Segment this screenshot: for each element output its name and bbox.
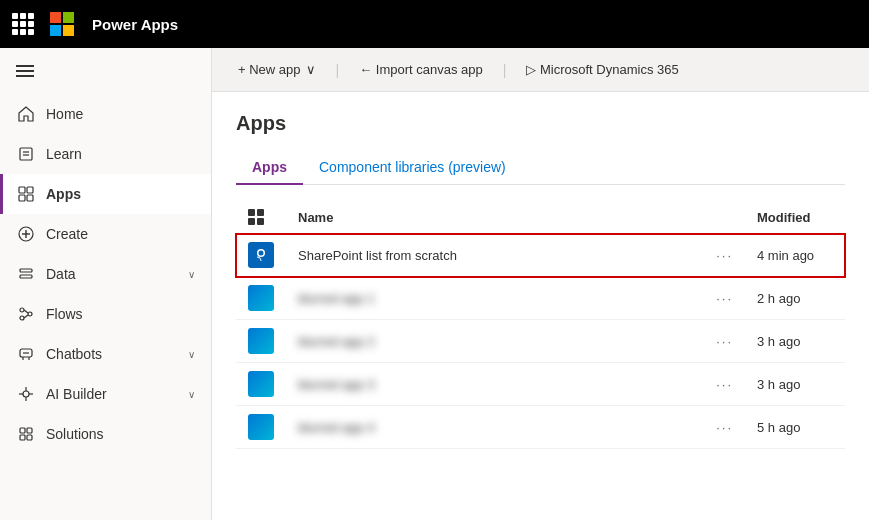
- svg-rect-0: [20, 148, 32, 160]
- main-layout: Home Learn Apps: [0, 48, 869, 520]
- app-icon-cell: [236, 320, 286, 363]
- sidebar-item-apps[interactable]: Apps: [0, 174, 211, 214]
- import-label: ← Import canvas app: [359, 62, 483, 77]
- microsoft-logo: [50, 12, 74, 36]
- content-area: + New app ∨ | ← Import canvas app | ▷ Mi…: [212, 48, 869, 520]
- app-more-icon[interactable]: ···: [716, 420, 733, 435]
- sidebar-label-learn: Learn: [46, 146, 82, 162]
- app-name-cell[interactable]: blurred app 2: [286, 320, 704, 363]
- tab-component-libraries[interactable]: Component libraries (preview): [303, 151, 522, 185]
- data-icon: [16, 264, 36, 284]
- apps-table: Name Modified: [236, 201, 845, 449]
- svg-rect-25: [27, 428, 32, 433]
- app-time-cell: 4 min ago: [745, 234, 845, 277]
- sidebar-label-ai-builder: AI Builder: [46, 386, 107, 402]
- col-more-header: [704, 201, 745, 234]
- app-icon-cell: [236, 234, 286, 277]
- sidebar: Home Learn Apps: [0, 48, 212, 520]
- sidebar-item-chatbots[interactable]: Chatbots ∨: [0, 334, 211, 374]
- app-more-cell[interactable]: ···: [704, 277, 745, 320]
- app-name-cell[interactable]: SharePoint list from scratch: [286, 234, 704, 277]
- sidebar-label-apps: Apps: [46, 186, 81, 202]
- import-canvas-button[interactable]: ← Import canvas app: [349, 57, 493, 82]
- chatbots-icon: [16, 344, 36, 364]
- sidebar-item-learn[interactable]: Learn: [0, 134, 211, 174]
- app-name-label: blurred app 2: [298, 334, 375, 349]
- col-modified-header: Modified: [745, 201, 845, 234]
- app-more-icon[interactable]: ···: [716, 291, 733, 306]
- app-more-cell[interactable]: ···: [704, 320, 745, 363]
- new-app-button[interactable]: + New app ∨: [228, 57, 326, 82]
- sidebar-label-home: Home: [46, 106, 83, 122]
- ai-builder-icon: [16, 384, 36, 404]
- app-icon-cell: [236, 406, 286, 449]
- grid-sort-icon[interactable]: [248, 209, 264, 225]
- app-time-cell: 5 h ago: [745, 406, 845, 449]
- create-icon: [16, 224, 36, 244]
- page-content: Apps Apps Component libraries (preview): [212, 92, 869, 520]
- app-more-icon[interactable]: ···: [716, 377, 733, 392]
- app-more-icon[interactable]: ···: [716, 248, 733, 263]
- col-icon-header: [236, 201, 286, 234]
- svg-rect-26: [20, 435, 25, 440]
- svg-point-19: [23, 391, 29, 397]
- data-chevron-icon: ∨: [188, 269, 195, 280]
- svg-line-15: [24, 310, 28, 313]
- topbar: Power Apps: [0, 0, 869, 48]
- ai-builder-chevron-icon: ∨: [188, 389, 195, 400]
- app-icon-2: [248, 285, 274, 311]
- app-icon-cell: [236, 277, 286, 320]
- sidebar-label-chatbots: Chatbots: [46, 346, 102, 362]
- svg-rect-27: [27, 435, 32, 440]
- app-time-cell: 3 h ago: [745, 320, 845, 363]
- svg-point-14: [20, 316, 24, 320]
- app-name-cell[interactable]: blurred app 1: [286, 277, 704, 320]
- dynamics-button[interactable]: ▷ Microsoft Dynamics 365: [516, 57, 688, 82]
- svg-rect-3: [19, 187, 25, 193]
- table-row[interactable]: blurred app 4 ··· 5 h ago: [236, 406, 845, 449]
- app-icon-cell: [236, 363, 286, 406]
- col-name-header[interactable]: Name: [286, 201, 704, 234]
- learn-icon: [16, 144, 36, 164]
- app-more-icon[interactable]: ···: [716, 334, 733, 349]
- sidebar-item-solutions[interactable]: Solutions: [0, 414, 211, 454]
- page-title: Apps: [236, 112, 845, 135]
- tab-apps-label: Apps: [252, 159, 287, 175]
- solutions-icon: [16, 424, 36, 444]
- app-time-cell: 2 h ago: [745, 277, 845, 320]
- tabs-bar: Apps Component libraries (preview): [236, 151, 845, 185]
- app-title: Power Apps: [92, 16, 178, 33]
- sidebar-item-flows[interactable]: Flows: [0, 294, 211, 334]
- svg-line-16: [24, 315, 28, 318]
- flows-icon: [16, 304, 36, 324]
- svg-point-12: [20, 308, 24, 312]
- sidebar-item-data[interactable]: Data ∨: [0, 254, 211, 294]
- waffle-menu-icon[interactable]: [12, 13, 34, 35]
- app-more-cell[interactable]: ···: [704, 406, 745, 449]
- svg-rect-10: [20, 269, 32, 272]
- sidebar-toggle-button[interactable]: [0, 48, 211, 94]
- new-app-label: + New app: [238, 62, 301, 77]
- app-name-cell[interactable]: blurred app 3: [286, 363, 704, 406]
- tab-component-label: Component libraries (preview): [319, 159, 506, 175]
- app-name-label: SharePoint list from scratch: [298, 248, 457, 263]
- table-row[interactable]: SharePoint list from scratch ··· 4 min a…: [236, 234, 845, 277]
- app-more-cell[interactable]: ···: [704, 363, 745, 406]
- sidebar-label-data: Data: [46, 266, 76, 282]
- sidebar-label-solutions: Solutions: [46, 426, 104, 442]
- app-icon-3: [248, 328, 274, 354]
- svg-rect-6: [27, 195, 33, 201]
- sidebar-label-flows: Flows: [46, 306, 83, 322]
- table-row[interactable]: blurred app 3 ··· 3 h ago: [236, 363, 845, 406]
- table-row[interactable]: blurred app 1 ··· 2 h ago: [236, 277, 845, 320]
- app-icon-4: [248, 371, 274, 397]
- app-name-cell[interactable]: blurred app 4: [286, 406, 704, 449]
- sidebar-label-create: Create: [46, 226, 88, 242]
- table-row[interactable]: blurred app 2 ··· 3 h ago: [236, 320, 845, 363]
- sidebar-item-create[interactable]: Create: [0, 214, 211, 254]
- sidebar-item-ai-builder[interactable]: AI Builder ∨: [0, 374, 211, 414]
- app-more-cell[interactable]: ···: [704, 234, 745, 277]
- sidebar-item-home[interactable]: Home: [0, 94, 211, 134]
- svg-rect-11: [20, 275, 32, 278]
- tab-apps[interactable]: Apps: [236, 151, 303, 185]
